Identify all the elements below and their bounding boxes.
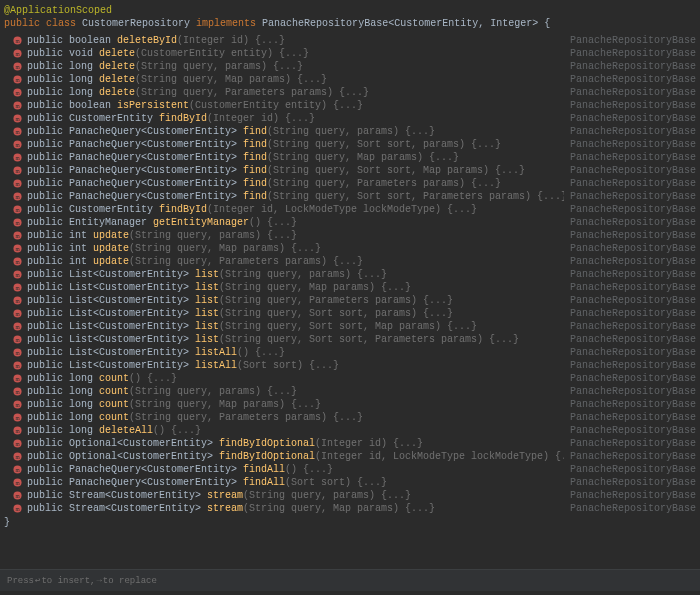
gutter-method-icon: m xyxy=(13,127,27,136)
method-row[interactable]: mpublic List<CustomerEntity> listAll(Sor… xyxy=(4,359,696,372)
method-row[interactable]: mpublic CustomerEntity findById(Integer … xyxy=(4,203,696,216)
gutter-method-icon: m xyxy=(13,283,27,292)
gutter-method-icon: m xyxy=(13,166,27,175)
method-row[interactable]: mpublic long count(String query, Paramet… xyxy=(4,411,696,424)
method-body-fold: {...} xyxy=(489,165,525,176)
method-row[interactable]: mpublic int update(String query, params)… xyxy=(4,229,696,242)
method-name: count xyxy=(99,373,129,384)
method-row[interactable]: mpublic long deleteAll() {...}PanacheRep… xyxy=(4,424,696,437)
gutter-method-icon: m xyxy=(13,218,27,227)
method-params: (String query, Map params) xyxy=(267,152,423,163)
gutter-method-icon: m xyxy=(13,75,27,84)
method-row[interactable]: mpublic List<CustomerEntity> list(String… xyxy=(4,294,696,307)
method-params: () xyxy=(129,373,141,384)
return-type: List<CustomerEntity> xyxy=(69,334,195,345)
method-name: count xyxy=(99,399,129,410)
method-signature: public PanacheQuery<CustomerEntity> find… xyxy=(27,138,564,151)
method-row[interactable]: mpublic long count(String query, params)… xyxy=(4,385,696,398)
method-row[interactable]: mpublic Stream<CustomerEntity> stream(St… xyxy=(4,489,696,502)
method-row[interactable]: mpublic List<CustomerEntity> list(String… xyxy=(4,333,696,346)
method-body-fold: {...} xyxy=(327,100,363,111)
method-name: list xyxy=(195,321,219,332)
code-editor[interactable]: @ApplicationScoped public class Customer… xyxy=(0,0,700,569)
method-row[interactable]: mpublic List<CustomerEntity> list(String… xyxy=(4,320,696,333)
method-row[interactable]: mpublic long delete(String query, params… xyxy=(4,60,696,73)
method-source: PanacheRepositoryBase xyxy=(564,73,696,86)
visibility: public xyxy=(27,412,69,423)
method-row[interactable]: mpublic PanacheQuery<CustomerEntity> fin… xyxy=(4,151,696,164)
return-type: long xyxy=(69,386,99,397)
method-row[interactable]: mpublic Stream<CustomerEntity> stream(St… xyxy=(4,502,696,515)
method-signature: public Stream<CustomerEntity> stream(Str… xyxy=(27,502,564,515)
method-source: PanacheRepositoryBase xyxy=(564,424,696,437)
return-type: CustomerEntity xyxy=(69,113,159,124)
method-row[interactable]: mpublic boolean deleteById(Integer id) {… xyxy=(4,34,696,47)
method-params: (String query, params) xyxy=(267,126,399,137)
method-row[interactable]: mpublic int update(String query, Map par… xyxy=(4,242,696,255)
method-row[interactable]: mpublic List<CustomerEntity> listAll() {… xyxy=(4,346,696,359)
method-row[interactable]: mpublic List<CustomerEntity> list(String… xyxy=(4,307,696,320)
method-source: PanacheRepositoryBase xyxy=(564,216,696,229)
method-source: PanacheRepositoryBase xyxy=(564,320,696,333)
method-source: PanacheRepositoryBase xyxy=(564,151,696,164)
method-name: list xyxy=(195,334,219,345)
method-row[interactable]: mpublic long count() {...}PanacheReposit… xyxy=(4,372,696,385)
method-row[interactable]: mpublic int update(String query, Paramet… xyxy=(4,255,696,268)
method-row[interactable]: mpublic List<CustomerEntity> list(String… xyxy=(4,268,696,281)
method-params: (String query, Map params) xyxy=(243,503,399,514)
return-type: int xyxy=(69,243,93,254)
method-row[interactable]: mpublic boolean isPersistent(CustomerEnt… xyxy=(4,99,696,112)
method-signature: public CustomerEntity findById(Integer i… xyxy=(27,203,564,216)
method-row[interactable]: mpublic long delete(String query, Parame… xyxy=(4,86,696,99)
method-body-fold: {...} xyxy=(423,152,459,163)
method-source: PanacheRepositoryBase xyxy=(564,34,696,47)
method-row[interactable]: mpublic PanacheQuery<CustomerEntity> fin… xyxy=(4,476,696,489)
visibility: public xyxy=(27,74,69,85)
method-source: PanacheRepositoryBase xyxy=(564,138,696,151)
method-row[interactable]: mpublic long delete(String query, Map pa… xyxy=(4,73,696,86)
method-signature: public long count(String query, params) … xyxy=(27,385,564,398)
method-name: delete xyxy=(99,48,135,59)
status-bar: Press ↩ to insert, → to replace xyxy=(0,569,700,591)
method-row[interactable]: mpublic PanacheQuery<CustomerEntity> fin… xyxy=(4,125,696,138)
method-params: (String query, Sort sort, params) xyxy=(219,308,417,319)
method-row[interactable]: mpublic PanacheQuery<CustomerEntity> fin… xyxy=(4,164,696,177)
method-row[interactable]: mpublic void delete(CustomerEntity entit… xyxy=(4,47,696,60)
method-name: findById xyxy=(159,204,207,215)
method-source: PanacheRepositoryBase xyxy=(564,125,696,138)
method-row[interactable]: mpublic PanacheQuery<CustomerEntity> fin… xyxy=(4,463,696,476)
method-body-fold: {...} xyxy=(141,373,177,384)
return-type: PanacheQuery<CustomerEntity> xyxy=(69,191,243,202)
method-row[interactable]: mpublic Optional<CustomerEntity> findByI… xyxy=(4,450,696,463)
method-source: PanacheRepositoryBase xyxy=(564,164,696,177)
method-source: PanacheRepositoryBase xyxy=(564,450,696,463)
visibility: public xyxy=(27,165,69,176)
visibility: public xyxy=(27,386,69,397)
method-name: findAll xyxy=(243,477,285,488)
return-type: long xyxy=(69,87,99,98)
method-row[interactable]: mpublic PanacheQuery<CustomerEntity> fin… xyxy=(4,177,696,190)
method-row[interactable]: mpublic EntityManager getEntityManager()… xyxy=(4,216,696,229)
method-body-fold: {...} xyxy=(249,35,285,46)
return-type: PanacheQuery<CustomerEntity> xyxy=(69,152,243,163)
method-body-fold: {...} xyxy=(417,295,453,306)
gutter-method-icon: m xyxy=(13,257,27,266)
visibility: public xyxy=(27,503,69,514)
method-row[interactable]: mpublic PanacheQuery<CustomerEntity> fin… xyxy=(4,138,696,151)
method-row[interactable]: mpublic PanacheQuery<CustomerEntity> fin… xyxy=(4,190,696,203)
gutter-method-icon: m xyxy=(13,101,27,110)
method-source: PanacheRepositoryBase xyxy=(564,333,696,346)
method-row[interactable]: mpublic long count(String query, Map par… xyxy=(4,398,696,411)
method-name: listAll xyxy=(195,347,237,358)
method-name: find xyxy=(243,178,267,189)
gutter-method-icon: m xyxy=(13,36,27,45)
method-row[interactable]: mpublic CustomerEntity findById(Integer … xyxy=(4,112,696,125)
method-row[interactable]: mpublic List<CustomerEntity> list(String… xyxy=(4,281,696,294)
method-signature: public List<CustomerEntity> listAll() {.… xyxy=(27,346,564,359)
gutter-method-icon: m xyxy=(13,205,27,214)
gutter-method-icon: m xyxy=(13,322,27,331)
visibility: public xyxy=(27,477,69,488)
method-name: find xyxy=(243,126,267,137)
method-signature: public List<CustomerEntity> list(String … xyxy=(27,320,564,333)
method-row[interactable]: mpublic Optional<CustomerEntity> findByI… xyxy=(4,437,696,450)
